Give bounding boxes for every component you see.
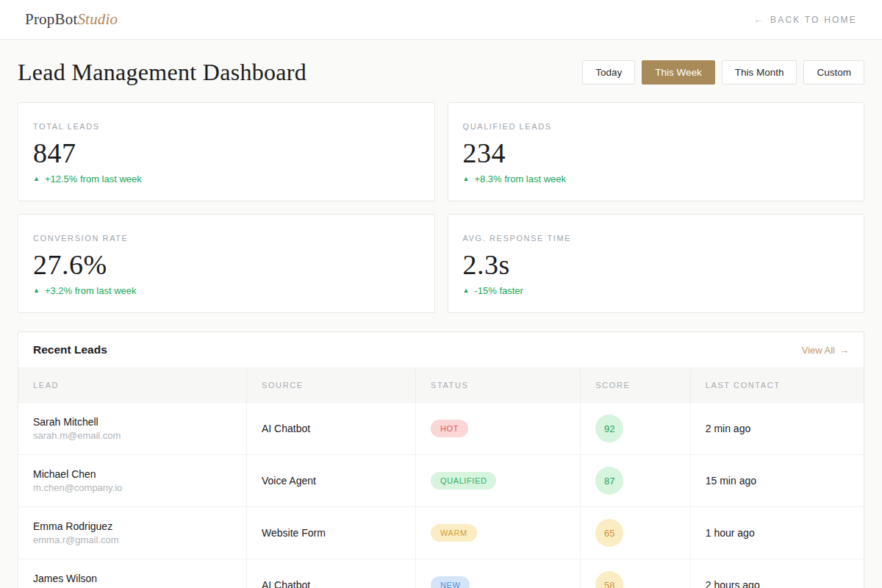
lead-table-row[interactable]: Emma Rodriguez emma.r@gmail.com Website …	[18, 507, 864, 559]
score-cell: 87	[581, 455, 691, 507]
trend-up-icon: ▲	[463, 176, 470, 182]
filter-this-month[interactable]: This Month	[722, 60, 797, 85]
stat-change-text: +8.3% from last week	[474, 173, 566, 184]
back-arrow-icon: ←	[753, 14, 763, 25]
last-contact-time: 15 min ago	[706, 475, 756, 487]
recent-leads-card: Recent Leads View All → LEADSOURCESTATUS…	[18, 331, 864, 588]
score-badge: 65	[595, 519, 623, 547]
stat-change: ▲ -15% faster	[463, 285, 850, 296]
stat-change-text: +3.2% from last week	[45, 285, 137, 296]
lead-cell: Sarah Mitchell sarah.m@email.com	[18, 403, 247, 455]
source-cell: AI Chatbot	[247, 559, 416, 588]
last-contact-time: 2 min ago	[706, 423, 750, 434]
lead-cell: Michael Chen m.chen@company.io	[18, 455, 247, 507]
recent-leads-title: Recent Leads	[33, 343, 107, 356]
back-to-home-link[interactable]: ← BACK TO HOME	[753, 14, 857, 25]
last-contact-time: 2 hours ago	[706, 579, 760, 588]
last-contact-cell: 15 min ago	[690, 455, 864, 507]
page-header: Lead Management Dashboard TodayThis Week…	[18, 59, 864, 86]
stat-change: ▲ +8.3% from last week	[463, 173, 850, 184]
last-contact-cell: 2 hours ago	[690, 559, 864, 588]
lead-email: emma.r@gmail.com	[33, 534, 232, 545]
column-header-last-contact: LAST CONTACT	[690, 368, 864, 403]
stat-card: TOTAL LEADS 847 ▲ +12.5% from last week	[18, 102, 435, 201]
lead-source: AI Chatbot	[262, 579, 310, 588]
leads-table: LEADSOURCESTATUSSCORELAST CONTACT Sarah …	[18, 368, 864, 588]
stat-label: AVG. RESPONSE TIME	[463, 234, 850, 243]
date-range-filters: TodayThis WeekThis MonthCustom	[582, 60, 864, 85]
status-cell: WARM	[416, 507, 581, 559]
status-badge: WARM	[431, 524, 477, 542]
back-to-home-label: BACK TO HOME	[770, 15, 857, 25]
dashboard-main: Lead Management Dashboard TodayThis Week…	[0, 40, 882, 588]
source-cell: Website Form	[247, 507, 416, 559]
last-contact-cell: 2 min ago	[690, 403, 864, 455]
stat-value: 234	[463, 137, 850, 169]
stat-change: ▲ +12.5% from last week	[33, 173, 420, 184]
stat-change-text: +12.5% from last week	[45, 173, 142, 184]
lead-table-row[interactable]: Sarah Mitchell sarah.m@email.com AI Chat…	[18, 403, 864, 455]
stat-value: 847	[33, 137, 420, 169]
score-badge: 87	[595, 467, 623, 495]
status-badge: NEW	[431, 576, 470, 588]
recent-leads-header: Recent Leads View All →	[18, 332, 864, 368]
trend-up-icon: ▲	[463, 287, 470, 294]
stat-value: 27.6%	[33, 248, 420, 281]
view-all-arrow-icon: →	[839, 345, 849, 356]
score-badge: 58	[595, 571, 623, 588]
leads-table-header: LEADSOURCESTATUSSCORELAST CONTACT	[18, 368, 864, 403]
lead-name: James Wilson	[33, 573, 232, 584]
lead-email: m.chen@company.io	[33, 482, 232, 493]
source-cell: AI Chatbot	[247, 403, 416, 455]
stat-label: CONVERSION RATE	[33, 234, 420, 243]
stat-change: ▲ +3.2% from last week	[33, 285, 420, 296]
lead-table-row[interactable]: Michael Chen m.chen@company.io Voice Age…	[18, 455, 864, 507]
trend-up-icon: ▲	[33, 287, 40, 294]
score-cell: 65	[581, 507, 691, 559]
lead-email: sarah.m@email.com	[33, 430, 232, 441]
score-badge: 92	[595, 415, 623, 442]
stat-card: QUALIFIED LEADS 234 ▲ +8.3% from last we…	[448, 102, 865, 201]
column-header-source: SOURCE	[247, 368, 416, 403]
view-all-link[interactable]: View All →	[802, 345, 849, 356]
source-cell: Voice Agent	[247, 455, 416, 507]
last-contact-cell: 1 hour ago	[690, 507, 864, 559]
stats-grid: TOTAL LEADS 847 ▲ +12.5% from last week …	[18, 102, 864, 313]
brand-logo[interactable]: PropBotStudio	[25, 10, 118, 29]
filter-today[interactable]: Today	[582, 60, 635, 85]
status-cell: HOT	[416, 403, 581, 455]
column-header-status: STATUS	[416, 368, 581, 403]
stat-card: CONVERSION RATE 27.6% ▲ +3.2% from last …	[18, 214, 435, 313]
stat-change-text: -15% faster	[474, 285, 523, 296]
status-badge: QUALIFIED	[431, 472, 496, 490]
top-bar: PropBotStudio ← BACK TO HOME	[0, 0, 882, 40]
last-contact-time: 1 hour ago	[706, 527, 755, 539]
status-cell: NEW	[416, 559, 581, 588]
stat-label: TOTAL LEADS	[33, 122, 420, 131]
lead-cell: James Wilson jwilson@business.com	[18, 559, 247, 588]
leads-header-row: LEADSOURCESTATUSSCORELAST CONTACT	[18, 368, 864, 403]
view-all-label: View All	[802, 345, 835, 356]
lead-name: Michael Chen	[33, 468, 232, 480]
filter-custom[interactable]: Custom	[803, 60, 864, 85]
status-badge: HOT	[431, 420, 468, 437]
filter-this-week[interactable]: This Week	[642, 60, 715, 85]
stat-card: AVG. RESPONSE TIME 2.3s ▲ -15% faster	[448, 214, 865, 313]
lead-cell: Emma Rodriguez emma.r@gmail.com	[18, 507, 247, 559]
lead-source: AI Chatbot	[262, 423, 310, 434]
lead-source: Website Form	[262, 527, 326, 539]
lead-name: Emma Rodriguez	[33, 520, 232, 532]
column-header-score: SCORE	[581, 368, 691, 403]
status-cell: QUALIFIED	[416, 455, 581, 507]
page-title: Lead Management Dashboard	[18, 59, 306, 86]
brand-name: PropBot	[25, 10, 77, 28]
leads-table-body: Sarah Mitchell sarah.m@email.com AI Chat…	[18, 403, 864, 588]
brand-suffix: Studio	[77, 10, 118, 28]
score-cell: 58	[581, 559, 691, 588]
stat-value: 2.3s	[463, 248, 850, 281]
score-cell: 92	[581, 403, 691, 455]
lead-table-row[interactable]: James Wilson jwilson@business.com AI Cha…	[18, 559, 864, 588]
lead-source: Voice Agent	[262, 475, 316, 487]
lead-name: Sarah Mitchell	[33, 416, 232, 428]
stat-label: QUALIFIED LEADS	[463, 122, 850, 131]
